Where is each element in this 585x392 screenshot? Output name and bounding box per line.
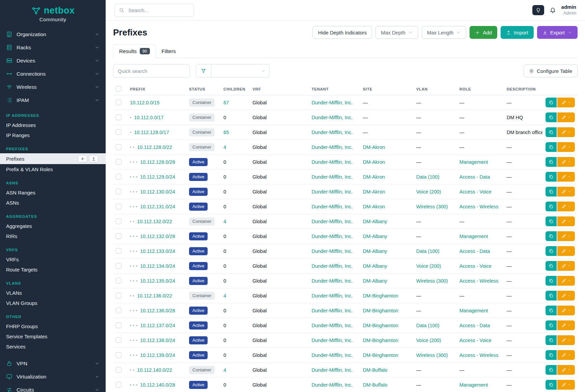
site-link[interactable]: DM-Binghamton	[363, 352, 398, 358]
sidebar-menu-ipam[interactable]: IPAM	[0, 94, 106, 107]
children-count-link[interactable]: 4	[223, 293, 226, 298]
children-count-link[interactable]: 67	[223, 100, 229, 105]
sidebar-menu-wireless[interactable]: Wireless	[0, 80, 106, 94]
copy-button[interactable]	[546, 380, 557, 390]
role-link[interactable]: Management	[459, 159, 488, 165]
sidebar-menu-devices[interactable]: Devices	[0, 54, 106, 67]
row-checkbox[interactable]	[116, 204, 122, 209]
children-count-link[interactable]: 4	[223, 219, 226, 224]
sidebar-item-route-targets[interactable]: Route Targets	[0, 264, 106, 275]
tenant-link[interactable]: Dunder-Mifflin, Inc.	[312, 293, 352, 298]
edit-button[interactable]	[557, 261, 575, 271]
sidebar-item-vlan-groups[interactable]: VLAN Groups	[0, 298, 106, 308]
saved-filter-select[interactable]	[211, 64, 269, 78]
copy-button[interactable]	[546, 231, 557, 241]
role-link[interactable]: Access - Voice	[459, 189, 491, 194]
prefix-link[interactable]: 10.112.128.0/17	[134, 130, 169, 135]
site-link[interactable]: DM-Binghamton	[363, 293, 398, 298]
copy-button[interactable]	[546, 112, 557, 122]
tenant-link[interactable]: Dunder-Mifflin, Inc.	[312, 338, 352, 343]
prefix-link[interactable]: 10.112.131.0/24	[140, 204, 175, 209]
copy-button[interactable]	[546, 172, 557, 182]
edit-button[interactable]	[557, 98, 575, 107]
children-count-link[interactable]: 4	[223, 145, 226, 150]
quick-add-button[interactable]	[78, 155, 87, 162]
max-depth-dropdown[interactable]: Max Depth	[375, 26, 418, 39]
site-link[interactable]: DM-Akron	[363, 159, 385, 165]
sidebar-item-aggregates[interactable]: Aggregates	[0, 221, 106, 231]
add-button[interactable]: Add	[470, 26, 497, 39]
column-header-site[interactable]: SITE	[360, 83, 414, 95]
edit-button[interactable]	[557, 187, 575, 197]
prefix-link[interactable]: 10.112.132.0/22	[137, 219, 172, 224]
edit-button[interactable]	[557, 276, 575, 286]
sidebar-item-prefix-vlan-roles[interactable]: Prefix & VLAN Roles	[0, 164, 106, 174]
copy-button[interactable]	[546, 127, 557, 137]
tab-results[interactable]: Results 90	[113, 44, 156, 58]
copy-button[interactable]	[546, 157, 557, 167]
edit-button[interactable]	[557, 291, 575, 300]
sidebar-item-vlans[interactable]: VLANs	[0, 288, 106, 298]
row-checkbox[interactable]	[116, 159, 122, 165]
quick-import-button[interactable]	[89, 155, 98, 162]
tenant-link[interactable]: Dunder-Mifflin, Inc.	[312, 234, 352, 239]
tenant-link[interactable]: Dunder-Mifflin, Inc.	[312, 219, 352, 224]
row-checkbox[interactable]	[116, 293, 122, 298]
prefix-link[interactable]: 10.112.134.0/24	[140, 263, 175, 269]
sidebar-item-vrfs[interactable]: VRFs	[0, 254, 106, 264]
edit-button[interactable]	[557, 306, 575, 315]
sidebar-item-service-templates[interactable]: Service Templates	[0, 331, 106, 341]
site-link[interactable]: DM-Albany	[363, 234, 387, 239]
row-checkbox[interactable]	[116, 218, 122, 224]
prefix-link[interactable]: 10.112.132.0/28	[140, 234, 175, 239]
row-checkbox[interactable]	[116, 263, 122, 269]
configure-table-button[interactable]: Configure Table	[524, 64, 578, 77]
copy-button[interactable]	[546, 276, 557, 286]
copy-button[interactable]	[546, 335, 557, 345]
children-count-link[interactable]: 4	[223, 367, 226, 373]
edit-button[interactable]	[557, 246, 575, 256]
copy-button[interactable]	[546, 187, 557, 197]
edit-button[interactable]	[557, 231, 575, 241]
tenant-link[interactable]: Dunder-Mifflin, Inc.	[312, 115, 352, 120]
copy-button[interactable]	[546, 98, 557, 107]
row-checkbox[interactable]	[116, 189, 122, 194]
edit-button[interactable]	[557, 172, 575, 182]
sidebar-item-ip-addresses[interactable]: IP Addresses	[0, 120, 106, 130]
copy-button[interactable]	[546, 142, 557, 152]
row-checkbox[interactable]	[116, 129, 122, 135]
tenant-link[interactable]: Dunder-Mifflin, Inc.	[312, 308, 352, 313]
edit-button[interactable]	[557, 202, 575, 211]
copy-button[interactable]	[546, 202, 557, 211]
theme-toggle-button[interactable]	[532, 5, 544, 15]
prefix-link[interactable]: 10.112.133.0/24	[140, 249, 175, 254]
edit-button[interactable]	[557, 216, 575, 226]
role-link[interactable]: Access - Voice	[459, 263, 491, 269]
row-checkbox[interactable]	[116, 248, 122, 254]
sidebar-item-prefixes[interactable]: Prefixes	[0, 153, 106, 164]
row-checkbox[interactable]	[116, 382, 122, 388]
row-checkbox[interactable]	[116, 144, 122, 150]
column-header-children[interactable]: CHILDREN	[221, 83, 250, 95]
prefix-link[interactable]: 10.112.136.0/22	[137, 293, 172, 298]
role-link[interactable]: Management	[459, 382, 488, 388]
tenant-link[interactable]: Dunder-Mifflin, Inc.	[312, 204, 352, 209]
user-menu[interactable]: admin Admin	[561, 4, 576, 16]
tenant-link[interactable]: Dunder-Mifflin, Inc.	[312, 130, 352, 135]
role-link[interactable]: Management	[459, 308, 488, 313]
role-link[interactable]: Access - Wireless	[459, 204, 498, 209]
prefix-link[interactable]: 10.112.135.0/24	[140, 278, 175, 284]
site-link[interactable]: DM-Binghamton	[363, 323, 398, 328]
tenant-link[interactable]: Dunder-Mifflin, Inc.	[312, 189, 352, 194]
vlan-link[interactable]: Wireless (300)	[416, 278, 448, 284]
sidebar-item-asn-ranges[interactable]: ASN Ranges	[0, 187, 106, 198]
edit-button[interactable]	[557, 127, 575, 137]
column-header-status[interactable]: STATUS	[186, 83, 221, 95]
tenant-link[interactable]: Dunder-Mifflin, Inc.	[312, 323, 352, 328]
vlan-link[interactable]: Voice (200)	[416, 189, 441, 194]
children-count-link[interactable]: 65	[223, 130, 229, 135]
role-link[interactable]: Access - Voice	[459, 338, 491, 343]
tenant-link[interactable]: Dunder-Mifflin, Inc.	[312, 174, 352, 180]
sidebar-menu-racks[interactable]: Racks	[0, 41, 106, 54]
row-checkbox[interactable]	[116, 322, 122, 328]
